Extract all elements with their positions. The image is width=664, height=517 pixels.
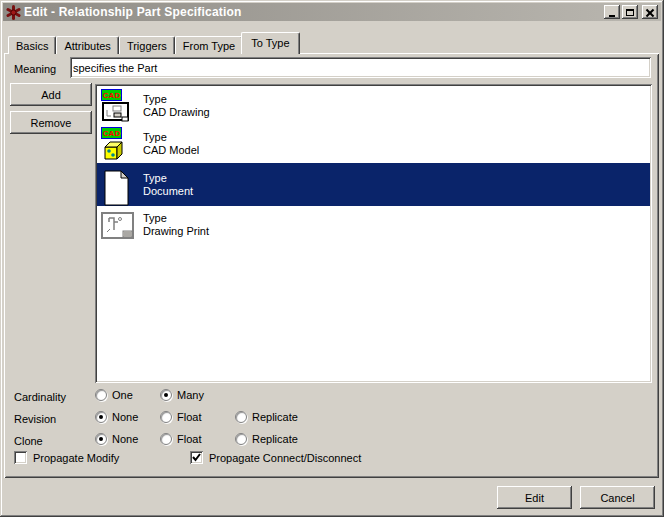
cardinality-label: Cardinality (14, 391, 66, 403)
cancel-button[interactable]: Cancel (580, 486, 655, 509)
checkbox-propagate-connect-label[interactable]: Propagate Connect/Disconnect (209, 452, 361, 464)
radio-revision-float-label[interactable]: Float (177, 411, 201, 423)
list-item-text: Type CAD Model (143, 131, 199, 157)
meaning-input[interactable] (70, 57, 651, 78)
list-item-drawing-print[interactable]: Type Drawing Print (97, 206, 650, 244)
tab-attributes[interactable]: Attributes (56, 36, 118, 54)
list-item-cad-drawing[interactable]: CAD Type CAD Drawing (97, 87, 650, 125)
radio-clone-float[interactable] (160, 433, 172, 445)
item-line2: CAD Drawing (143, 106, 210, 119)
cad-badge: CAD (101, 89, 122, 101)
close-icon (646, 9, 654, 16)
cad-model-icon: CAD (101, 127, 135, 161)
to-type-panel: Meaning Add Remove CAD Type (4, 53, 659, 478)
list-item-text: Type CAD Drawing (143, 93, 210, 119)
edit-relationship-dialog: Edit - Relationship Part Specification B… (0, 0, 664, 517)
radio-clone-float-label[interactable]: Float (177, 433, 201, 445)
minimize-button[interactable] (604, 5, 620, 19)
minimize-icon (609, 15, 615, 17)
radio-revision-float[interactable] (160, 411, 172, 423)
radio-cardinality-many[interactable] (160, 389, 172, 401)
radio-clone-replicate[interactable] (235, 433, 247, 445)
meaning-label: Meaning (14, 63, 56, 75)
tab-triggers[interactable]: Triggers (119, 36, 175, 54)
tab-basics[interactable]: Basics (8, 36, 56, 54)
list-item-document[interactable]: Type Document (97, 163, 650, 206)
cad-drawing-icon: CAD (101, 89, 135, 123)
check-icon (192, 453, 201, 462)
radio-revision-none[interactable] (95, 411, 107, 423)
checkbox-propagate-connect[interactable] (190, 451, 203, 464)
radio-clone-none[interactable] (95, 433, 107, 445)
list-item-text: Type Drawing Print (143, 212, 209, 238)
revision-label: Revision (14, 413, 56, 425)
radio-clone-replicate-label[interactable]: Replicate (252, 433, 298, 445)
maximize-button[interactable] (622, 5, 638, 19)
item-line1: Type (143, 93, 210, 106)
close-button[interactable] (642, 5, 658, 19)
item-line1: Type (143, 172, 193, 185)
radio-revision-replicate[interactable] (235, 411, 247, 423)
remove-button[interactable]: Remove (10, 111, 92, 134)
radio-revision-replicate-label[interactable]: Replicate (252, 411, 298, 423)
tab-to-type[interactable]: To Type (241, 32, 299, 54)
radio-clone-none-label[interactable]: None (112, 433, 138, 445)
windchill-pinwheel-icon (6, 5, 21, 20)
window-title: Edit - Relationship Part Specification (24, 5, 602, 19)
drawing-print-icon (101, 208, 135, 242)
radio-cardinality-one-label[interactable]: One (112, 389, 133, 401)
item-line2: Document (143, 185, 193, 198)
edit-button[interactable]: Edit (497, 486, 572, 509)
checkbox-propagate-modify[interactable] (14, 451, 27, 464)
type-listbox[interactable]: CAD Type CAD Drawing CAD (95, 84, 652, 383)
radio-cardinality-one[interactable] (95, 389, 107, 401)
item-line2: CAD Model (143, 144, 199, 157)
radio-revision-none-label[interactable]: None (112, 411, 138, 423)
tab-from-type[interactable]: From Type (175, 36, 243, 54)
item-line1: Type (143, 212, 209, 225)
item-line1: Type (143, 131, 199, 144)
checkbox-propagate-modify-label[interactable]: Propagate Modify (33, 452, 119, 464)
clone-label: Clone (14, 435, 43, 447)
list-item-text: Type Document (143, 172, 193, 198)
item-line2: Drawing Print (143, 225, 209, 238)
document-icon (101, 168, 135, 202)
radio-cardinality-many-label[interactable]: Many (177, 389, 204, 401)
maximize-icon (626, 9, 634, 16)
tab-strip: Basics Attributes Triggers From Type To … (8, 32, 299, 54)
add-button[interactable]: Add (10, 83, 92, 106)
list-item-cad-model[interactable]: CAD Type CAD Model (97, 125, 650, 163)
titlebar[interactable]: Edit - Relationship Part Specification (3, 3, 661, 21)
cad-badge: CAD (101, 127, 122, 139)
